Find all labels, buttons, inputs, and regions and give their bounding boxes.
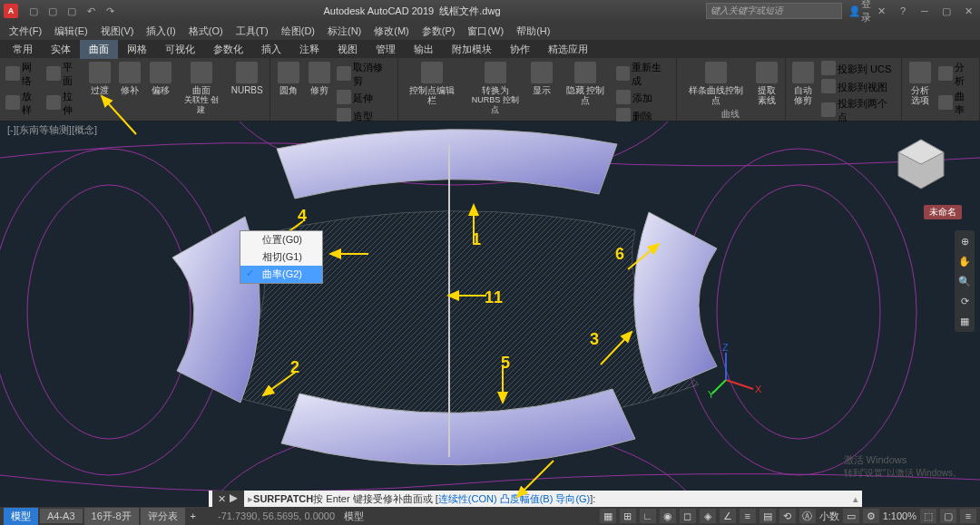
btn-an2[interactable]: 分析 <box>936 60 975 89</box>
tab-solid[interactable]: 实体 <box>42 40 80 59</box>
qat-open[interactable]: ▢ <box>44 3 61 19</box>
nav-show-icon[interactable]: ▦ <box>957 314 972 328</box>
btn-proj-ucs[interactable]: 投影到 UCS <box>819 60 897 78</box>
tab-annot[interactable]: 注释 <box>290 40 328 59</box>
tab-view[interactable]: 视图 <box>328 40 367 59</box>
btn-blend[interactable]: 过渡 <box>85 60 113 97</box>
btn-analyze[interactable]: 分析选项 <box>906 60 935 107</box>
nav-wheel-icon[interactable]: ⊕ <box>957 234 972 248</box>
tab-surface[interactable]: 曲面 <box>80 40 118 59</box>
cmd-opt-bulge[interactable]: 凸度幅值(B) <box>500 492 554 506</box>
btn-cv-edit[interactable]: 控制点编辑栏 <box>402 60 463 107</box>
menu-file[interactable]: 文件(F) <box>4 23 47 40</box>
qat-save[interactable]: ▢ <box>64 3 80 19</box>
viewcube[interactable] <box>889 132 953 196</box>
menu-view[interactable]: 视图(V) <box>95 23 140 40</box>
tab-layout1[interactable]: A4-A3 <box>40 509 83 523</box>
status-polar-icon[interactable]: ◉ <box>660 509 676 523</box>
command-line[interactable]: ✕ ⯈ ▸ SURFPATCH 按 Enter 键接受修补曲面或 [ 连续性(C… <box>209 491 862 507</box>
tab-home[interactable]: 常用 <box>4 40 42 59</box>
tab-visual[interactable]: 可视化 <box>156 40 204 59</box>
status-osnap-icon[interactable]: ◻ <box>680 509 696 523</box>
menu-window[interactable]: 窗口(W) <box>462 23 509 40</box>
menu-draw[interactable]: 绘图(D) <box>276 23 320 40</box>
tab-model[interactable]: 模型 <box>4 508 38 525</box>
btn-convert[interactable]: 转换为NURBS 控制点 <box>465 60 526 117</box>
exchange-icon[interactable]: ✕ <box>873 3 889 19</box>
btn-nurbs[interactable]: NURBS <box>228 60 266 97</box>
cmd-opt-con[interactable]: 连续性(CON) <box>438 492 497 506</box>
btn-add-cv[interactable]: 添加 <box>614 89 673 107</box>
btn-curvature[interactable]: 曲率 <box>936 89 975 118</box>
ucs-icon[interactable]: X Y Z <box>708 344 762 398</box>
tab-manage[interactable]: 管理 <box>367 40 405 59</box>
tab-collab[interactable]: 协作 <box>501 40 539 59</box>
status-zoom[interactable]: 1:100% <box>883 510 916 521</box>
nav-orbit-icon[interactable]: ⟳ <box>957 294 972 308</box>
qat-redo[interactable]: ↷ <box>102 3 118 19</box>
btn-patch[interactable]: 修补 <box>116 60 144 97</box>
status-ortho-icon[interactable]: ∟ <box>640 509 656 523</box>
status-custom-icon[interactable]: ≡ <box>960 509 976 523</box>
menu-param[interactable]: 参数(P) <box>416 23 461 40</box>
status-gear-icon[interactable]: ⚙ <box>863 509 879 523</box>
status-trans-icon[interactable]: ▤ <box>760 509 776 523</box>
menu-insert[interactable]: 插入(I) <box>141 23 181 40</box>
cmd-handle-icon[interactable]: ✕ ⯈ <box>212 491 244 507</box>
status-lw-icon[interactable]: ≡ <box>740 509 756 523</box>
status-units[interactable]: 小数 <box>819 510 839 523</box>
tab-layout3[interactable]: 评分表 <box>141 508 185 525</box>
status-cycle-icon[interactable]: ⟲ <box>779 509 796 523</box>
status-snap-icon[interactable]: ⊞ <box>620 509 636 523</box>
qat-undo[interactable]: ↶ <box>83 3 99 19</box>
btn-hide-cv[interactable]: 隐藏 控制点 <box>558 60 612 107</box>
tab-param[interactable]: 参数化 <box>204 40 252 59</box>
menu-tools[interactable]: 工具(T) <box>230 23 274 40</box>
tab-output[interactable]: 输出 <box>405 40 443 59</box>
tab-featured[interactable]: 精选应用 <box>539 40 597 59</box>
btn-fillet[interactable]: 圆角 <box>274 60 303 97</box>
btn-rebuild[interactable]: 重新生成 <box>614 60 673 89</box>
ctx-g0[interactable]: 位置(G0) <box>240 231 322 248</box>
btn-proj-view[interactable]: 投影到视图 <box>819 78 897 96</box>
status-qview-icon[interactable]: ▭ <box>843 509 859 523</box>
add-layout-icon[interactable]: + <box>187 510 200 521</box>
btn-extract[interactable]: 提取素线 <box>752 60 781 107</box>
drawing-canvas[interactable]: [-][东南等轴测][概念] 未命名 ⊕ ✋ 🔍 ⟳ ▦ X Y <box>0 122 980 507</box>
status-grid-icon[interactable]: ▦ <box>600 509 616 523</box>
btn-offset[interactable]: 偏移 <box>146 60 174 97</box>
ctx-g2[interactable]: ✓曲率(G2) <box>240 266 322 283</box>
help-icon[interactable]: ? <box>895 3 911 19</box>
btn-trim[interactable]: 修剪 <box>305 60 334 97</box>
nav-zoom-icon[interactable]: 🔍 <box>957 274 972 288</box>
cmd-expand-icon[interactable]: ▴ <box>853 493 858 505</box>
login-button[interactable]: 👤 登录 <box>851 3 867 19</box>
btn-extrude[interactable]: 拉伸 <box>44 89 83 118</box>
search-input[interactable]: 键入关键字或短语 <box>706 3 842 19</box>
menu-modify[interactable]: 修改(M) <box>368 23 415 40</box>
btn-show-cv[interactable]: 显示 <box>528 60 557 97</box>
status-ann-icon[interactable]: Ⓐ <box>799 509 816 523</box>
tab-addon[interactable]: 附加模块 <box>443 40 501 59</box>
cmd-opt-guide[interactable]: 导向(G) <box>555 492 590 506</box>
btn-untrim[interactable]: 取消修剪 <box>335 60 394 89</box>
unnamed-badge[interactable]: 未命名 <box>924 205 962 219</box>
menu-help[interactable]: 帮助(H) <box>511 23 555 40</box>
minimize-icon[interactable]: ─ <box>916 3 933 19</box>
close-icon[interactable]: ✕ <box>960 3 976 19</box>
qat-new[interactable]: ▢ <box>25 3 42 19</box>
btn-planar[interactable]: 平面 <box>44 60 83 89</box>
ctx-g1[interactable]: 相切(G1) <box>240 248 322 266</box>
status-otrack-icon[interactable]: ∠ <box>720 509 736 523</box>
btn-loft[interactable]: 放样 <box>4 89 43 118</box>
btn-spline[interactable]: 样条曲线控制点 <box>681 60 750 107</box>
menu-dim[interactable]: 标注(N) <box>322 23 367 40</box>
tab-insert[interactable]: 插入 <box>252 40 290 59</box>
maximize-icon[interactable]: ▢ <box>938 3 955 19</box>
nav-pan-icon[interactable]: ✋ <box>957 254 972 268</box>
status-model[interactable]: 模型 <box>344 510 364 523</box>
menu-edit[interactable]: 编辑(E) <box>49 23 93 40</box>
tab-mesh[interactable]: 网格 <box>118 40 156 59</box>
tab-layout2[interactable]: 16开-8开 <box>84 508 139 525</box>
status-iso-icon[interactable]: ⬚ <box>920 509 936 523</box>
